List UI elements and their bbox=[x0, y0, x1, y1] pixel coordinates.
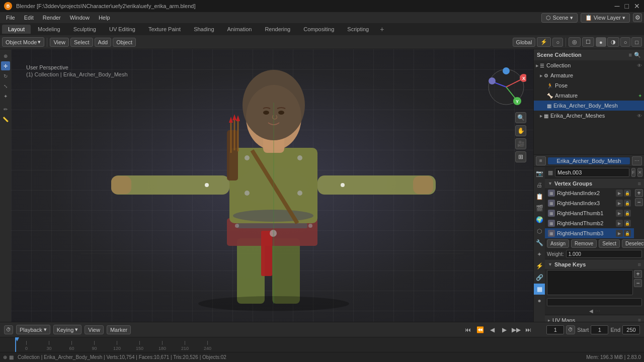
vertex-groups-section-header[interactable]: ▼ Vertex Groups ≡ bbox=[545, 178, 644, 188]
view-menu[interactable]: View bbox=[85, 325, 104, 334]
tab-compositing[interactable]: Compositing bbox=[297, 25, 340, 34]
timeline-mode-btn[interactable]: ⏱ bbox=[4, 325, 13, 334]
proportional-edit[interactable]: ○ bbox=[552, 38, 563, 47]
view-layer-selector[interactable]: 📋 View Layer ▾ bbox=[581, 13, 630, 23]
vg-select-btn-2[interactable]: ▶ bbox=[616, 210, 623, 217]
end-frame-input[interactable] bbox=[622, 325, 640, 334]
vg-item-2[interactable]: ▦ RightHandThumb1 ▶ 🔒 bbox=[545, 208, 634, 218]
outliner-item-pose[interactable]: 🏃 Pose bbox=[534, 80, 644, 90]
marker-menu[interactable]: Marker bbox=[107, 325, 131, 334]
object-menu[interactable]: Object bbox=[113, 38, 136, 47]
snap-button[interactable]: ⚡ bbox=[537, 37, 551, 47]
add-workspace-button[interactable]: + bbox=[376, 24, 388, 35]
viewport-camera[interactable]: 🎥 bbox=[515, 138, 526, 149]
frame-time-toggle[interactable]: ⏱ bbox=[566, 325, 575, 334]
tool-scale[interactable]: ⤡ bbox=[1, 81, 10, 90]
viewport-zoom-extents[interactable]: 🔍 bbox=[515, 112, 526, 123]
navigation-gizmo[interactable]: X Y bbox=[486, 67, 526, 107]
vg-select-btn-4[interactable]: ▶ bbox=[616, 230, 623, 237]
shape-key-slider[interactable] bbox=[547, 298, 642, 306]
vg-item-0[interactable]: ▦ RightHandIndex2 ▶ 🔒 bbox=[545, 188, 634, 198]
tool-annotate[interactable]: ✏ bbox=[1, 105, 10, 114]
outliner-item-collection[interactable]: ▸ ☰ Collection 👁 bbox=[534, 60, 644, 70]
vg-select-btn[interactable]: Select bbox=[599, 239, 620, 248]
tab-uv-editing[interactable]: UV Editing bbox=[103, 25, 141, 34]
render-wireframe[interactable]: □ bbox=[631, 37, 642, 47]
transport-play[interactable]: ▶ bbox=[499, 325, 509, 335]
vg-deselect-btn[interactable]: Deselect bbox=[622, 239, 644, 248]
scene-selector[interactable]: ⬡ Scene ▾ bbox=[541, 13, 577, 23]
vg-select-btn-0[interactable]: ▶ bbox=[616, 190, 623, 197]
render-solid[interactable]: ● bbox=[596, 37, 606, 47]
transport-step-forward[interactable]: ▶▶ bbox=[511, 325, 521, 335]
prop-icon-world[interactable]: 🌍 bbox=[534, 214, 545, 225]
render-material[interactable]: ◑ bbox=[607, 37, 619, 47]
title-bar-controls[interactable]: ─ □ ✕ bbox=[615, 2, 640, 10]
timeline-ruler[interactable]: 0 30 60 90 120 150 bbox=[0, 337, 644, 352]
viewport-lock[interactable]: ⊞ bbox=[515, 151, 526, 162]
prop-icon-scene[interactable]: 🎬 bbox=[534, 203, 545, 214]
mesh-fake-user-btn[interactable]: F bbox=[631, 168, 635, 177]
vg-item-4[interactable]: ▦ RightHandThumb3 ▶ 🔒 bbox=[545, 228, 634, 238]
properties-more-btn[interactable]: ⋯ bbox=[632, 156, 642, 165]
vg-remove-sel-btn[interactable]: Remove bbox=[571, 239, 597, 248]
outliner-search-icon[interactable]: 🔍 bbox=[634, 52, 641, 58]
mode-selector[interactable]: Object Mode ▾ bbox=[2, 37, 44, 47]
start-frame-input[interactable] bbox=[591, 325, 608, 334]
tab-layout[interactable]: Layout bbox=[2, 25, 31, 34]
tool-rotate[interactable]: ↻ bbox=[1, 71, 10, 80]
view-menu[interactable]: View bbox=[50, 38, 69, 47]
menu-window[interactable]: Window bbox=[66, 14, 94, 22]
select-menu[interactable]: Select bbox=[70, 38, 93, 47]
prop-icon-render[interactable]: 📷 bbox=[534, 168, 545, 179]
sk-prev-btn[interactable]: ◀ bbox=[589, 308, 593, 314]
shape-keys-list[interactable] bbox=[547, 270, 633, 295]
vg-lock-btn-3[interactable]: 🔒 bbox=[624, 220, 631, 227]
viewport[interactable]: User Perspective (1) Collection | Erika_… bbox=[11, 49, 533, 322]
outliner-item-armature-group[interactable]: ▸ ⚙ Armature bbox=[534, 70, 644, 80]
shape-keys-section-header[interactable]: ▼ Shape Keys ≡ bbox=[545, 259, 644, 269]
outliner-item-body-mesh[interactable]: ▦ Erika_Archer_Body_Mesh bbox=[534, 101, 644, 111]
prop-icon-view-layer[interactable]: 📋 bbox=[534, 191, 545, 202]
transport-prev-keyframe[interactable]: ⏪ bbox=[475, 325, 485, 335]
tool-cursor[interactable]: ⊕ bbox=[1, 51, 10, 60]
tab-rendering[interactable]: Rendering bbox=[259, 25, 296, 34]
prop-icon-physics[interactable]: ⚡ bbox=[534, 260, 545, 272]
tab-scripting[interactable]: Scripting bbox=[341, 25, 375, 34]
viewport-pan[interactable]: ✋ bbox=[515, 125, 526, 136]
prop-icon-particles[interactable]: ✦ bbox=[534, 249, 545, 260]
vg-assign-btn[interactable]: Assign bbox=[547, 239, 569, 248]
playback-menu[interactable]: Playback ▾ bbox=[16, 325, 50, 334]
vg-select-btn-3[interactable]: ▶ bbox=[616, 220, 623, 227]
tab-modeling[interactable]: Modeling bbox=[32, 25, 66, 34]
menu-file[interactable]: File bbox=[2, 14, 19, 22]
menu-edit[interactable]: Edit bbox=[20, 14, 38, 22]
xray-button[interactable]: ☐ bbox=[582, 37, 594, 47]
vg-add-btn[interactable]: + bbox=[635, 189, 643, 197]
meshes-eye[interactable]: 👁 bbox=[637, 113, 642, 119]
outliner-filter-icon[interactable]: ≡ bbox=[629, 52, 632, 58]
prop-icon-material[interactable]: ● bbox=[534, 295, 545, 306]
tool-transform[interactable]: ✦ bbox=[1, 92, 10, 101]
tab-animation[interactable]: Animation bbox=[221, 25, 258, 34]
outliner-item-armature[interactable]: 🦴 Armature ✦ bbox=[534, 90, 644, 101]
vg-select-btn-1[interactable]: ▶ bbox=[616, 200, 623, 207]
vg-sort-icon[interactable]: ≡ bbox=[638, 180, 641, 187]
prop-icon-constraints[interactable]: 🔗 bbox=[534, 272, 545, 283]
vg-lock-btn-4[interactable]: 🔒 bbox=[624, 230, 631, 237]
overlay-button[interactable]: ◎ bbox=[569, 37, 581, 47]
tool-move[interactable]: ✛ bbox=[1, 61, 10, 70]
prop-icon-modifier[interactable]: 🔧 bbox=[534, 237, 545, 248]
prop-icon-object[interactable]: ⬡ bbox=[534, 226, 545, 237]
keying-menu[interactable]: Keying ▾ bbox=[53, 325, 82, 334]
tab-shading[interactable]: Shading bbox=[188, 25, 220, 34]
menu-render[interactable]: Render bbox=[39, 14, 65, 22]
sk-sort-icon[interactable]: ≡ bbox=[638, 261, 641, 267]
vg-remove-btn[interactable]: − bbox=[635, 198, 643, 206]
sk-add-btn[interactable]: + bbox=[634, 270, 642, 278]
mesh-name-input[interactable] bbox=[555, 168, 629, 177]
menu-help[interactable]: Help bbox=[95, 14, 114, 22]
close-button[interactable]: ✕ bbox=[634, 2, 640, 10]
transform-selector[interactable]: Global bbox=[513, 38, 536, 47]
mesh-unlink-btn[interactable]: ✕ bbox=[637, 168, 642, 177]
